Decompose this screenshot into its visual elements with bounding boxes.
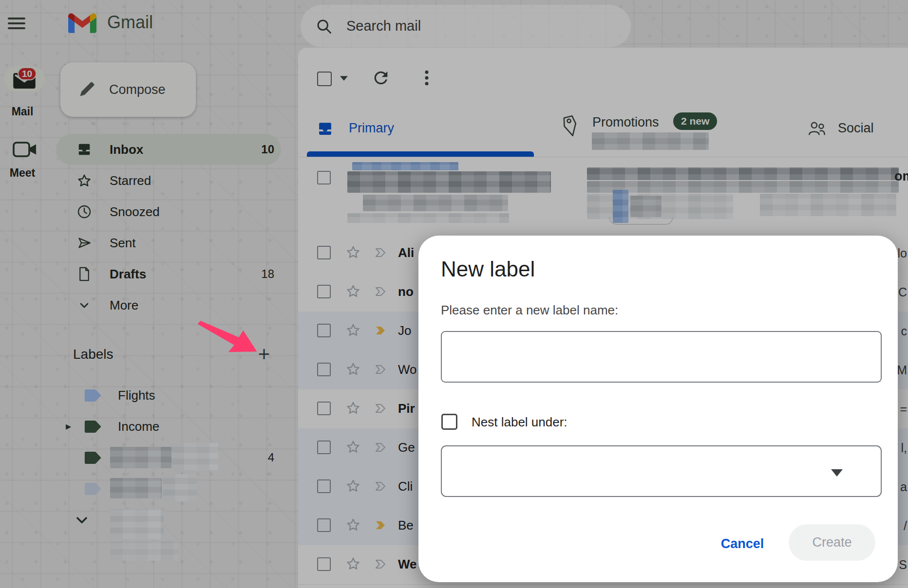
new-label-name-input[interactable] [441, 331, 882, 383]
select-caret-icon [831, 469, 843, 477]
dialog-title: New label [441, 257, 535, 281]
annotation-arrow [197, 320, 259, 357]
nest-label-text: Nest label under: [472, 415, 568, 430]
gmail-app: { "app": { "title": "Gmail" }, "header":… [0, 0, 908, 588]
new-label-dialog: New label Please enter a new label name:… [418, 236, 898, 582]
label-name-prompt: Please enter a new label name: [441, 303, 618, 318]
create-button[interactable]: Create [789, 524, 875, 561]
cancel-button[interactable]: Cancel [711, 528, 774, 560]
nest-label-checkbox[interactable] [441, 414, 457, 430]
parent-label-select[interactable] [441, 445, 882, 497]
